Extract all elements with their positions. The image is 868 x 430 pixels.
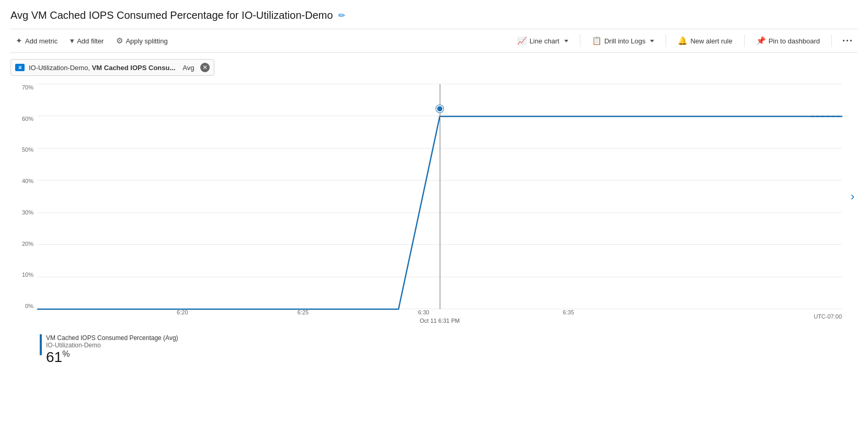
chart-container: 0% 10% 20% 30% 40% 50% 60% 70%	[10, 84, 858, 330]
legend-source: IO-Utilization-Demo	[46, 342, 178, 349]
y-label-50: 50%	[10, 146, 37, 153]
y-label-0: 0%	[10, 303, 37, 309]
y-axis: 0% 10% 20% 30% 40% 50% 60% 70%	[10, 84, 37, 309]
title-row: Avg VM Cached IOPS Consumed Percentage f…	[10, 9, 858, 21]
toolbar-left: ✦ Add metric ▾ Add filter ⚙ Apply splitt…	[10, 33, 173, 48]
page-title: Avg VM Cached IOPS Consumed Percentage f…	[10, 9, 333, 21]
y-label-10: 10%	[10, 271, 37, 278]
line-chart-icon: 📈	[517, 36, 527, 46]
line-chart-button[interactable]: 📈 Line chart	[512, 33, 574, 48]
page: Avg VM Cached IOPS Consumed Percentage f…	[0, 0, 868, 430]
add-metric-icon: ✦	[16, 36, 22, 46]
toolbar-divider-3	[744, 35, 745, 47]
add-filter-button[interactable]: ▾ Add filter	[65, 33, 109, 48]
x-label-620: 6:20	[177, 309, 188, 315]
more-options-button[interactable]: ···	[838, 35, 858, 48]
expand-chart-button[interactable]: ›	[851, 190, 854, 203]
legend-metric-name: VM Cached IOPS Consumed Percentage (Avg)	[46, 334, 178, 342]
legend-unit: %	[62, 349, 70, 358]
legend-value-row: 61%	[46, 350, 178, 365]
toolbar-divider-2	[666, 35, 666, 47]
add-filter-icon: ▾	[70, 36, 74, 46]
x-label-625: 6:25	[298, 309, 309, 315]
toolbar-divider-1	[580, 35, 580, 47]
legend-color-bar	[40, 334, 42, 355]
metric-pill-aggregation: Avg	[182, 64, 194, 72]
metric-pill: 🖥 IO-Utilization-Demo, VM Cached IOPS Co…	[10, 59, 214, 76]
y-label-40: 40%	[10, 178, 37, 184]
chart-area: 0% 10% 20% 30% 40% 50% 60% 70%	[10, 84, 858, 330]
metric-resource-icon: 🖥	[15, 64, 25, 71]
toolbar: ✦ Add metric ▾ Add filter ⚙ Apply splitt…	[10, 29, 858, 53]
x-axis: 6:20 6:25 6:30 Oct 11 6:31 PM 6:35 UTC-0…	[38, 309, 842, 330]
drill-into-logs-button[interactable]: 📋 Drill into Logs	[587, 33, 660, 48]
x-label-630: 6:30	[418, 309, 429, 315]
toolbar-right: 📈 Line chart 📋 Drill into Logs 🔔 New ale…	[512, 33, 858, 48]
drill-logs-icon: 📋	[592, 36, 602, 46]
y-label-30: 30%	[10, 209, 37, 216]
apply-splitting-icon: ⚙	[116, 36, 123, 46]
legend-row: VM Cached IOPS Consumed Percentage (Avg)…	[40, 334, 858, 365]
x-label-oct11: Oct 11 6:31 PM	[420, 318, 460, 324]
apply-splitting-button[interactable]: ⚙ Apply splitting	[111, 33, 173, 48]
data-point	[436, 105, 443, 112]
alert-icon: 🔔	[678, 36, 688, 46]
y-label-60: 60%	[10, 116, 37, 122]
pin-icon: 📌	[756, 36, 766, 46]
add-metric-button[interactable]: ✦ Add metric	[10, 33, 63, 48]
y-label-70: 70%	[10, 84, 37, 90]
edit-icon[interactable]: ✏	[338, 10, 345, 20]
utc-label: UTC-07:00	[814, 313, 842, 320]
crosshair	[440, 84, 440, 309]
chart-plot: ›	[38, 84, 842, 309]
x-label-635: 6:35	[563, 309, 574, 315]
legend-info: VM Cached IOPS Consumed Percentage (Avg)…	[46, 334, 178, 365]
new-alert-rule-button[interactable]: 🔔 New alert rule	[672, 33, 737, 48]
legend: VM Cached IOPS Consumed Percentage (Avg)…	[10, 334, 858, 365]
y-label-20: 20%	[10, 241, 37, 247]
legend-value: 61	[46, 349, 62, 365]
metric-pill-close-button[interactable]: ✕	[200, 63, 210, 72]
metric-pill-label: IO-Utilization-Demo, VM Cached IOPS Cons…	[29, 64, 175, 72]
pin-to-dashboard-button[interactable]: 📌 Pin to dashboard	[751, 33, 825, 48]
toolbar-divider-4	[831, 35, 832, 47]
